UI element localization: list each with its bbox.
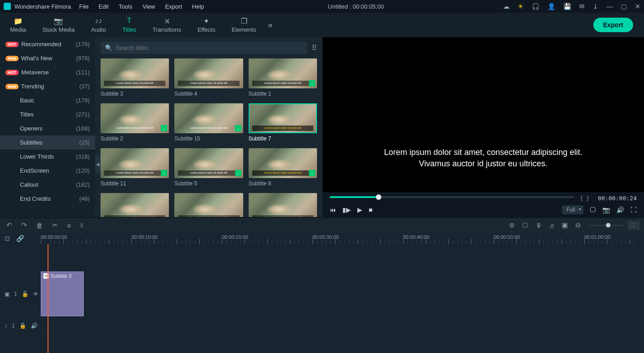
adjust-icon[interactable]: ≡ [67,222,71,229]
redo-icon[interactable]: ↷ [21,221,27,229]
playhead[interactable] [48,244,48,353]
video-preview[interactable]: Lorem ipsum dolor sit amet, consectetur … [322,37,644,192]
menu-help[interactable]: Help [187,1,209,12]
mute-icon[interactable]: 🔊 [31,323,38,329]
title-thumbnail[interactable]: Lorem ipsum dolor sit amet elit↓Subtitle… [249,148,317,187]
snapshot-icon[interactable]: 📷 [602,206,610,213]
more-tabs-icon[interactable]: » [268,20,273,30]
marker-icon[interactable]: ⬡ [522,221,528,229]
title-thumbnail[interactable]: Lorem ipsum dolor sit amet elit [249,193,317,217]
audio-track-icon[interactable]: ♪ [5,323,7,329]
tab-stock-media[interactable]: 📷Stock Media [34,14,83,36]
search-input[interactable] [116,44,303,51]
menu-edit[interactable]: Edit [94,1,113,12]
zoom-knob[interactable] [606,223,610,227]
title-thumbnail[interactable]: Lorem ipsum dolor sit amet elitSubtitle … [101,58,169,97]
text-track-content[interactable]: T Subtitle 3 [41,271,644,316]
sidebar-item-recommended[interactable]: HOTRecommended(176) [0,37,95,51]
sidebar-item-end-credits[interactable]: End Credits(48) [0,192,95,206]
undo-icon[interactable]: ↶ [6,221,12,229]
auto-ripple-icon[interactable]: ⊡ [5,235,10,242]
audio-track-content[interactable] [41,317,644,334]
mark-braces[interactable]: {} [580,195,592,202]
display-icon[interactable]: 🖵 [590,206,596,213]
tips-icon[interactable]: ☀ [518,3,524,10]
delete-icon[interactable]: 🗑 [36,222,43,229]
tab-titles[interactable]: TTitles [114,14,144,36]
lock-icon[interactable]: 🔓 [19,323,26,329]
fullscreen-icon[interactable]: ⛶ [630,206,637,213]
maximize-icon[interactable]: ▢ [621,3,627,10]
tab-elements[interactable]: ❐Elements [223,14,264,36]
tab-transitions[interactable]: ⤨Transitions [144,14,189,36]
sidebar-item-callout[interactable]: Callout(182) [0,178,95,192]
title-thumbnail[interactable]: Lorem ipsum dolor sit amet elitSubtitle … [249,103,317,142]
thumbnail-image: Lorem ipsum dolor sit amet elit [249,103,317,133]
sidebar-item-basic[interactable]: Basic(178) [0,93,95,107]
playback-quality-select[interactable]: Full [562,205,583,214]
tab-effects[interactable]: ✦Effects [189,14,224,36]
search-box[interactable]: 🔍 [101,42,307,54]
crop-icon[interactable]: ▣ [562,221,568,229]
menu-tools[interactable]: Tools [114,1,137,12]
account-icon[interactable]: 👤 [548,3,555,10]
grid-view-icon[interactable]: ⠿ [312,44,317,52]
title-thumbnail[interactable]: Lorem ipsum dolor sit amet elit↓Subtitle… [101,103,169,142]
text-track-icon[interactable]: ▣ [5,291,10,297]
prev-frame-icon[interactable]: ⏮ [330,206,336,213]
export-button[interactable]: Export [593,18,633,32]
collapse-sidebar-icon[interactable]: ◀ [95,155,101,173]
tab-media[interactable]: 📁Media [2,14,34,36]
play-icon[interactable]: ▶ [357,206,362,213]
title-thumbnail[interactable]: Lorem ipsum dolor sit amet elit [101,193,169,217]
thumbnail-subtitle-preview: Lorem ipsum dolor sit amet elit [104,126,165,131]
step-back-icon[interactable]: ▮▶ [342,206,351,213]
sidebar-item-titles[interactable]: Titles(271) [0,107,95,121]
thumbnail-image: Lorem ipsum dolor sit amet elit↓ [174,103,243,133]
sidebar-item-trending[interactable]: NewTrending(37) [0,79,95,93]
sidebar-item-metaverse[interactable]: HOTMetaverse(111) [0,65,95,79]
menu-export[interactable]: Export [160,1,187,12]
sidebar-badge [5,156,17,157]
tab-audio[interactable]: ♪♪Audio [83,14,114,36]
link-icon[interactable]: 🔗 [16,235,24,242]
support-icon[interactable]: 🎧 [532,3,539,10]
save-icon[interactable]: 💾 [563,3,571,10]
stop-icon[interactable]: ■ [369,206,372,213]
title-thumbnail[interactable]: Lorem ipsum dolor sit amet elit↓Subtitle… [174,103,243,142]
close-icon[interactable]: ✕ [635,3,640,10]
progress-knob[interactable] [376,194,381,200]
split-icon[interactable]: ✂ [52,221,58,229]
download-icon[interactable]: ⤓ [593,3,598,10]
timeline-ruler[interactable]: ⊡ 🔗 00:00:00:00 00:00:10:00 00:00:20:00 … [0,232,644,244]
render-icon[interactable]: ⊚ [509,221,515,229]
title-thumbnail[interactable]: Lorem ipsum dolor sit amet elit [174,193,243,217]
audio-mixer-icon[interactable]: ♬ [549,222,554,229]
visibility-icon[interactable]: 👁 [33,291,38,297]
lock-icon[interactable]: 🔓 [22,291,29,297]
progress-slider[interactable] [330,196,574,198]
mail-icon[interactable]: ✉ [579,3,585,10]
sidebar-item-what-s-new[interactable]: NewWhat's New(978) [0,51,95,65]
volume-icon[interactable]: 🔊 [616,206,624,213]
sidebar-item-openers[interactable]: Openers(168) [0,121,95,135]
title-thumbnail[interactable]: Lorem ipsum dolor sit amet elit↓Subtitle… [249,58,317,97]
sidebar-badge [5,114,17,115]
title-thumbnail[interactable]: Lorem ipsum dolor sit amet elit↓Subtitle… [101,148,169,187]
voiceover-icon[interactable]: 🎙 [535,222,542,229]
title-thumbnail[interactable]: Lorem ipsum dolor sit amet elit↓Subtitle… [174,148,243,187]
text-track[interactable]: ▣ 1 🔓 👁 T Subtitle 3 [0,271,644,317]
zoom-out-icon[interactable]: ⊖ [575,221,581,229]
ruler-mark: 00:00:50:00 [494,234,520,240]
minimize-icon[interactable]: — [606,3,613,10]
waveform-icon[interactable]: ⫴ [80,221,83,229]
sidebar-item-lower-thirds[interactable]: Lower Thirds(318) [0,150,95,164]
menu-file[interactable]: File [75,1,93,12]
sidebar-item-endscreen[interactable]: EndScreen(120) [0,164,95,178]
menu-view[interactable]: View [138,1,159,12]
sidebar-item-subtitles[interactable]: Subtitles(15) [0,135,95,150]
zoom-slider[interactable] [588,225,625,226]
cloud-icon[interactable]: ☁ [503,3,509,10]
audio-track[interactable]: ♪ 1 🔓 🔊 [0,317,644,335]
title-thumbnail[interactable]: Lorem ipsum dolor sit amet elitSubtitle … [174,58,243,97]
